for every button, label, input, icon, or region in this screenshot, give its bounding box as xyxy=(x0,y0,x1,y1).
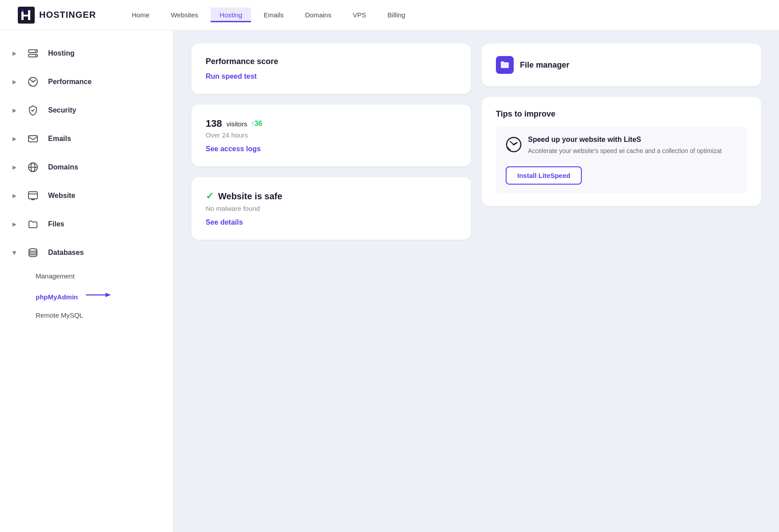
chevron-right-icon: ▶ xyxy=(12,51,16,56)
run-speed-test-link[interactable]: Run speed test xyxy=(206,73,457,81)
content-grid: Performance score Run speed test 138 vis… xyxy=(191,44,761,240)
sidebar-sub-management[interactable]: Management xyxy=(0,267,173,285)
hostinger-logo-icon xyxy=(18,7,35,24)
svg-rect-7 xyxy=(28,136,37,142)
tips-card: Tips to improve xyxy=(482,97,761,206)
chevron-right-icon: ▶ xyxy=(12,165,16,170)
nav-home[interactable]: Home xyxy=(123,8,158,22)
website-safe-card: ✓ Website is safe No malware found See d… xyxy=(191,177,471,240)
performance-score-card: Performance score Run speed test xyxy=(191,44,471,94)
visitors-label: visitors xyxy=(227,120,247,128)
website-safe-subtitle: No malware found xyxy=(206,205,457,212)
file-manager-label: File manager xyxy=(520,60,569,70)
chevron-down-icon: ▶ xyxy=(12,251,17,254)
sidebar-website-label: Website xyxy=(48,192,75,200)
file-manager-icon xyxy=(496,56,514,74)
tip-text-area: Speed up your website with LiteS Acceler… xyxy=(528,136,722,156)
tip-title: Speed up your website with LiteS xyxy=(528,136,722,144)
hosting-icon xyxy=(25,45,41,61)
right-column: File manager Tips to improve xyxy=(482,44,761,206)
website-icon xyxy=(25,188,41,204)
sidebar-sub-remote-mysql[interactable]: Remote MySQL xyxy=(0,306,173,324)
chevron-right-icon: ▶ xyxy=(12,79,16,85)
tip-header: Speed up your website with LiteS Acceler… xyxy=(506,136,737,156)
databases-icon xyxy=(25,245,41,261)
sidebar-item-website[interactable]: ▶ Website xyxy=(0,181,173,210)
sidebar-files-label: Files xyxy=(48,220,64,228)
install-litespeed-button[interactable]: Install LiteSpeed xyxy=(506,166,582,185)
see-access-logs-link[interactable]: See access logs xyxy=(206,145,457,153)
active-arrow-indicator xyxy=(86,290,113,299)
svg-point-6 xyxy=(32,81,34,83)
main-content: Performance score Run speed test 138 vis… xyxy=(174,30,779,532)
files-icon xyxy=(25,216,41,232)
svg-point-19 xyxy=(513,144,515,145)
security-icon xyxy=(25,102,41,118)
page-layout: ▶ Hosting ▶ xyxy=(0,30,779,532)
sidebar-emails-label: Emails xyxy=(48,135,71,143)
tip-litespeed: Speed up your website with LiteS Acceler… xyxy=(496,127,747,193)
sidebar-sub-phpmyadmin[interactable]: phpMyAdmin xyxy=(0,285,173,306)
logo[interactable]: HOSTINGER xyxy=(18,7,96,24)
sidebar-performance-label: Performance xyxy=(48,78,92,86)
svg-rect-11 xyxy=(28,192,37,199)
chevron-right-icon: ▶ xyxy=(12,222,16,227)
nav-billing[interactable]: Billing xyxy=(378,8,414,22)
domains-icon xyxy=(25,159,41,175)
visitors-period: Over 24 hours xyxy=(206,131,457,139)
visitors-number: 138 xyxy=(206,118,222,129)
sidebar-item-domains[interactable]: ▶ Domains xyxy=(0,153,173,181)
nav-links: Home Websites Hosting Emails Domains VPS… xyxy=(123,8,761,22)
sidebar: ▶ Hosting ▶ xyxy=(0,30,174,532)
left-column: Performance score Run speed test 138 vis… xyxy=(191,44,471,240)
chevron-right-icon: ▶ xyxy=(12,108,16,113)
svg-point-15 xyxy=(29,249,37,251)
visitors-card: 138 visitors ↑36 Over 24 hours See acces… xyxy=(191,105,471,166)
performance-icon xyxy=(25,74,41,90)
chevron-right-icon: ▶ xyxy=(12,193,16,199)
nav-emails[interactable]: Emails xyxy=(255,8,292,22)
tips-title: Tips to improve xyxy=(496,109,747,119)
sidebar-security-label: Security xyxy=(48,106,76,114)
sidebar-domains-label: Domains xyxy=(48,163,78,171)
tip-description: Accelerate your website's speed wi cache… xyxy=(528,146,722,156)
safe-header: ✓ Website is safe xyxy=(206,190,457,202)
sidebar-item-databases[interactable]: ▶ Databases xyxy=(0,238,173,267)
performance-score-title: Performance score xyxy=(206,57,457,66)
nav-domains[interactable]: Domains xyxy=(296,8,340,22)
svg-point-3 xyxy=(35,51,37,52)
nav-websites[interactable]: Websites xyxy=(162,8,207,22)
logo-text: HOSTINGER xyxy=(39,10,96,20)
nav-vps[interactable]: VPS xyxy=(344,8,375,22)
visitors-count: 138 visitors ↑36 xyxy=(206,118,457,129)
sidebar-item-files[interactable]: ▶ Files xyxy=(0,210,173,238)
sidebar-item-emails[interactable]: ▶ Emails xyxy=(0,125,173,153)
website-safe-title: Website is safe xyxy=(218,191,282,202)
sidebar-hosting-label: Hosting xyxy=(48,49,75,57)
nav-hosting[interactable]: Hosting xyxy=(211,8,251,22)
sidebar-item-hosting[interactable]: ▶ Hosting xyxy=(0,39,173,68)
visitors-badge: ↑36 xyxy=(251,120,262,128)
svg-marker-17 xyxy=(105,293,111,297)
sidebar-item-security[interactable]: ▶ Security xyxy=(0,96,173,125)
sidebar-item-performance[interactable]: ▶ Performance xyxy=(0,68,173,96)
emails-icon xyxy=(25,131,41,147)
svg-point-4 xyxy=(35,55,37,56)
top-navigation: HOSTINGER Home Websites Hosting Emails D… xyxy=(0,0,779,30)
file-manager-card[interactable]: File manager xyxy=(482,44,761,86)
speed-icon xyxy=(506,136,522,154)
sidebar-databases-label: Databases xyxy=(48,249,84,257)
see-details-link[interactable]: See details xyxy=(206,218,457,226)
chevron-right-icon: ▶ xyxy=(12,136,16,142)
checkmark-icon: ✓ xyxy=(206,190,214,202)
